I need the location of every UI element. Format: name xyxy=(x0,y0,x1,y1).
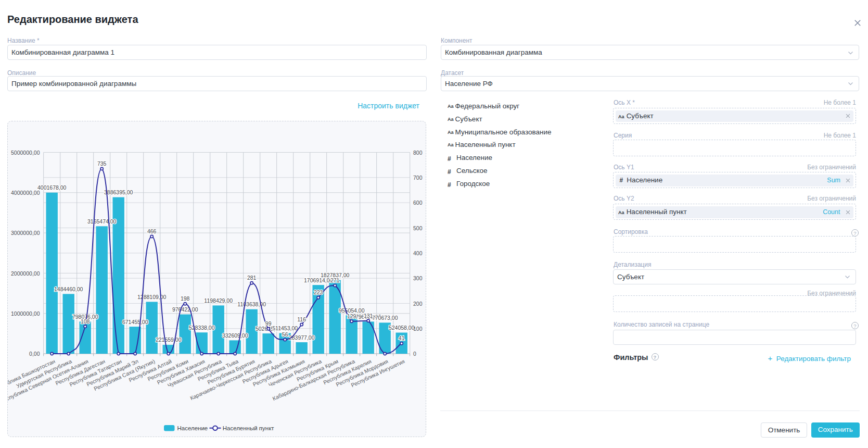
svg-text:332609,00: 332609,00 xyxy=(222,332,248,339)
svg-text:283977,00: 283977,00 xyxy=(289,334,315,341)
svg-text:200: 200 xyxy=(413,301,423,307)
svg-text:700: 700 xyxy=(413,175,423,181)
svg-text:129: 129 xyxy=(347,313,356,319)
svg-text:108: 108 xyxy=(81,318,90,325)
svg-text:223: 223 xyxy=(314,289,323,295)
svg-text:56: 56 xyxy=(282,331,288,338)
svg-text:2000000,00: 2000000,00 xyxy=(11,270,40,277)
svg-text:4000000,00: 4000000,00 xyxy=(11,190,40,196)
svg-text:5000000,00: 5000000,00 xyxy=(11,150,40,156)
svg-text:116: 116 xyxy=(297,316,306,322)
svg-text:300: 300 xyxy=(413,275,423,281)
svg-text:0: 0 xyxy=(413,351,416,357)
svg-text:41: 41 xyxy=(399,335,405,341)
svg-text:100: 100 xyxy=(413,326,423,332)
svg-text:528338,00: 528338,00 xyxy=(189,325,215,331)
svg-text:976422,00: 976422,00 xyxy=(172,306,198,313)
svg-text:Население: Население xyxy=(177,425,208,431)
svg-text:466: 466 xyxy=(147,228,157,234)
svg-text:400: 400 xyxy=(413,250,423,256)
svg-text:1288109,00: 1288109,00 xyxy=(137,294,167,300)
svg-text:511453,00: 511453,00 xyxy=(272,325,298,331)
svg-text:671455,00: 671455,00 xyxy=(122,319,148,325)
svg-text:600: 600 xyxy=(413,200,423,206)
svg-text:3000000,00: 3000000,00 xyxy=(11,230,40,236)
svg-text:735: 735 xyxy=(97,160,107,167)
svg-text:198: 198 xyxy=(181,295,190,302)
svg-text:131: 131 xyxy=(364,313,373,319)
svg-text:1484460,00: 1484460,00 xyxy=(54,286,83,292)
svg-text:770673,00: 770673,00 xyxy=(372,315,398,321)
svg-text:3886395,00: 3886395,00 xyxy=(104,189,133,195)
svg-text:1000000,00: 1000000,00 xyxy=(11,310,40,317)
svg-text:500: 500 xyxy=(413,225,423,231)
svg-text:Населенный пункт: Населенный пункт xyxy=(223,425,275,431)
svg-text:0,00: 0,00 xyxy=(29,351,40,357)
svg-text:4001678,00: 4001678,00 xyxy=(37,184,67,191)
svg-text:281: 281 xyxy=(247,275,257,281)
svg-text:3165474,00: 3165474,00 xyxy=(87,218,117,225)
svg-text:524058,00: 524058,00 xyxy=(389,325,415,331)
svg-text:99: 99 xyxy=(265,320,272,327)
svg-text:271: 271 xyxy=(330,277,340,283)
svg-text:800: 800 xyxy=(413,150,423,156)
svg-text:1198429,00: 1198429,00 xyxy=(204,297,233,304)
svg-text:221559,00: 221559,00 xyxy=(156,337,182,343)
